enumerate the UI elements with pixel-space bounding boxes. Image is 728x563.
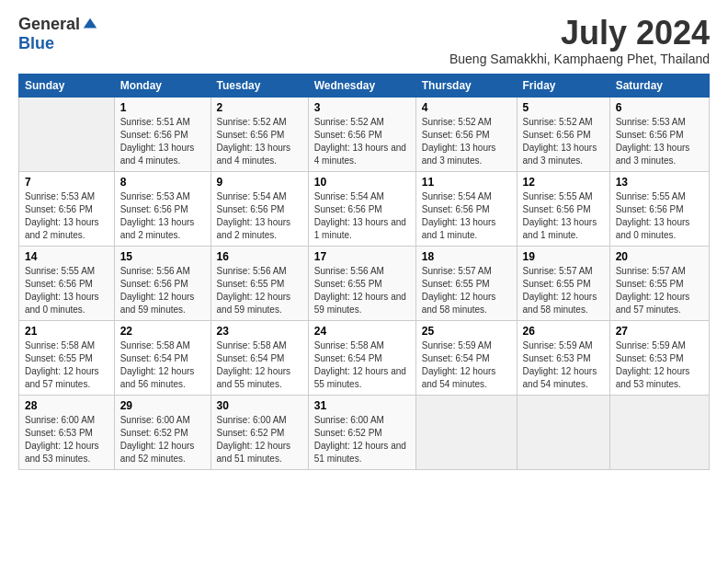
day-info: Sunrise: 5:52 AMSunset: 6:56 PMDaylight:…	[523, 116, 604, 167]
calendar-cell: 31Sunrise: 6:00 AMSunset: 6:52 PMDayligh…	[308, 395, 415, 469]
day-number: 16	[217, 250, 302, 263]
day-info: Sunrise: 5:53 AMSunset: 6:56 PMDaylight:…	[25, 190, 108, 242]
day-info: Sunrise: 5:56 AMSunset: 6:55 PMDaylight:…	[217, 265, 302, 316]
page-header: General Blue July 2024 Bueng Samakkhi, K…	[18, 15, 710, 66]
day-info: Sunrise: 5:57 AMSunset: 6:55 PMDaylight:…	[616, 265, 703, 316]
day-info: Sunrise: 5:52 AMSunset: 6:56 PMDaylight:…	[422, 116, 511, 167]
calendar-cell: 23Sunrise: 5:58 AMSunset: 6:54 PMDayligh…	[210, 320, 308, 395]
day-number: 11	[422, 176, 511, 189]
day-info: Sunrise: 5:54 AMSunset: 6:56 PMDaylight:…	[314, 190, 410, 242]
calendar-cell: 11Sunrise: 5:54 AMSunset: 6:56 PMDayligh…	[415, 171, 517, 246]
day-number: 1	[120, 101, 205, 114]
calendar-cell: 29Sunrise: 6:00 AMSunset: 6:52 PMDayligh…	[114, 395, 210, 469]
day-number: 3	[314, 101, 410, 114]
day-info: Sunrise: 5:58 AMSunset: 6:54 PMDaylight:…	[314, 339, 410, 391]
calendar-cell: 15Sunrise: 5:56 AMSunset: 6:56 PMDayligh…	[114, 246, 210, 320]
calendar-cell: 19Sunrise: 5:57 AMSunset: 6:55 PMDayligh…	[517, 246, 609, 320]
day-info: Sunrise: 5:55 AMSunset: 6:56 PMDaylight:…	[616, 190, 703, 242]
day-info: Sunrise: 5:57 AMSunset: 6:55 PMDaylight:…	[422, 265, 511, 316]
calendar-cell: 26Sunrise: 5:59 AMSunset: 6:53 PMDayligh…	[517, 320, 609, 395]
calendar-cell: 17Sunrise: 5:56 AMSunset: 6:55 PMDayligh…	[308, 246, 415, 320]
day-number: 4	[422, 101, 511, 114]
day-info: Sunrise: 6:00 AMSunset: 6:52 PMDaylight:…	[314, 414, 410, 465]
calendar-cell: 3Sunrise: 5:52 AMSunset: 6:56 PMDaylight…	[308, 97, 415, 171]
day-number: 2	[217, 101, 302, 114]
calendar-cell: 14Sunrise: 5:55 AMSunset: 6:56 PMDayligh…	[19, 246, 115, 320]
svg-marker-0	[84, 17, 97, 28]
calendar-table: SundayMondayTuesdayWednesdayThursdayFrid…	[18, 74, 710, 470]
calendar-week-row: 1Sunrise: 5:51 AMSunset: 6:56 PMDaylight…	[19, 97, 710, 171]
calendar-cell: 28Sunrise: 6:00 AMSunset: 6:53 PMDayligh…	[19, 395, 115, 469]
logo-general-text: General	[18, 15, 80, 34]
day-number: 9	[217, 176, 302, 189]
calendar-cell: 16Sunrise: 5:56 AMSunset: 6:55 PMDayligh…	[210, 246, 308, 320]
day-number: 14	[25, 250, 108, 263]
day-info: Sunrise: 5:59 AMSunset: 6:54 PMDaylight:…	[422, 339, 511, 391]
weekday-header-friday: Friday	[517, 74, 609, 97]
day-number: 29	[120, 399, 205, 412]
calendar-cell: 24Sunrise: 5:58 AMSunset: 6:54 PMDayligh…	[308, 320, 415, 395]
day-number: 20	[616, 250, 703, 263]
calendar-week-row: 28Sunrise: 6:00 AMSunset: 6:53 PMDayligh…	[19, 395, 710, 469]
weekday-header-monday: Monday	[114, 74, 210, 97]
calendar-cell: 21Sunrise: 5:58 AMSunset: 6:55 PMDayligh…	[19, 320, 115, 395]
logo-icon	[82, 17, 98, 33]
calendar-cell: 2Sunrise: 5:52 AMSunset: 6:56 PMDaylight…	[210, 97, 308, 171]
day-info: Sunrise: 5:57 AMSunset: 6:55 PMDaylight:…	[523, 265, 604, 316]
calendar-cell: 12Sunrise: 5:55 AMSunset: 6:56 PMDayligh…	[517, 171, 609, 246]
day-info: Sunrise: 5:55 AMSunset: 6:56 PMDaylight:…	[523, 190, 604, 242]
calendar-cell: 18Sunrise: 5:57 AMSunset: 6:55 PMDayligh…	[415, 246, 517, 320]
day-number: 21	[25, 325, 108, 338]
day-info: Sunrise: 5:58 AMSunset: 6:54 PMDaylight:…	[217, 339, 302, 391]
day-info: Sunrise: 5:59 AMSunset: 6:53 PMDaylight:…	[616, 339, 703, 391]
location-subtitle: Bueng Samakkhi, Kamphaeng Phet, Thailand	[449, 52, 710, 66]
day-number: 28	[25, 399, 108, 412]
calendar-cell: 9Sunrise: 5:54 AMSunset: 6:56 PMDaylight…	[210, 171, 308, 246]
calendar-cell: 13Sunrise: 5:55 AMSunset: 6:56 PMDayligh…	[609, 171, 709, 246]
calendar-cell: 1Sunrise: 5:51 AMSunset: 6:56 PMDaylight…	[114, 97, 210, 171]
day-info: Sunrise: 6:00 AMSunset: 6:52 PMDaylight:…	[217, 414, 302, 465]
logo-blue-text: Blue	[18, 34, 54, 53]
calendar-week-row: 21Sunrise: 5:58 AMSunset: 6:55 PMDayligh…	[19, 320, 710, 395]
day-number: 6	[616, 101, 703, 114]
calendar-cell: 8Sunrise: 5:53 AMSunset: 6:56 PMDaylight…	[114, 171, 210, 246]
day-number: 19	[523, 250, 604, 263]
day-info: Sunrise: 5:58 AMSunset: 6:54 PMDaylight:…	[120, 339, 205, 391]
calendar-cell: 20Sunrise: 5:57 AMSunset: 6:55 PMDayligh…	[609, 246, 709, 320]
weekday-header-thursday: Thursday	[415, 74, 517, 97]
day-number: 23	[217, 325, 302, 338]
day-number: 7	[25, 176, 108, 189]
calendar-cell	[415, 395, 517, 469]
calendar-cell: 30Sunrise: 6:00 AMSunset: 6:52 PMDayligh…	[210, 395, 308, 469]
calendar-cell	[19, 97, 115, 171]
day-info: Sunrise: 5:53 AMSunset: 6:56 PMDaylight:…	[120, 190, 205, 242]
day-info: Sunrise: 5:54 AMSunset: 6:56 PMDaylight:…	[217, 190, 302, 242]
day-number: 22	[120, 325, 205, 338]
day-info: Sunrise: 5:52 AMSunset: 6:56 PMDaylight:…	[314, 116, 410, 167]
day-info: Sunrise: 5:52 AMSunset: 6:56 PMDaylight:…	[217, 116, 302, 167]
calendar-week-row: 14Sunrise: 5:55 AMSunset: 6:56 PMDayligh…	[19, 246, 710, 320]
weekday-header-row: SundayMondayTuesdayWednesdayThursdayFrid…	[19, 74, 710, 97]
day-number: 26	[523, 325, 604, 338]
calendar-cell	[517, 395, 609, 469]
day-info: Sunrise: 5:55 AMSunset: 6:56 PMDaylight:…	[25, 265, 108, 316]
calendar-cell: 5Sunrise: 5:52 AMSunset: 6:56 PMDaylight…	[517, 97, 609, 171]
weekday-header-tuesday: Tuesday	[210, 74, 308, 97]
day-number: 31	[314, 399, 410, 412]
day-number: 15	[120, 250, 205, 263]
day-info: Sunrise: 5:56 AMSunset: 6:55 PMDaylight:…	[314, 265, 410, 316]
day-number: 10	[314, 176, 410, 189]
weekday-header-sunday: Sunday	[19, 74, 115, 97]
calendar-cell	[609, 395, 709, 469]
day-info: Sunrise: 5:58 AMSunset: 6:55 PMDaylight:…	[25, 339, 108, 391]
day-number: 17	[314, 250, 410, 263]
day-info: Sunrise: 5:53 AMSunset: 6:56 PMDaylight:…	[616, 116, 703, 167]
day-info: Sunrise: 6:00 AMSunset: 6:52 PMDaylight:…	[120, 414, 205, 465]
title-section: July 2024 Bueng Samakkhi, Kamphaeng Phet…	[449, 15, 710, 66]
day-info: Sunrise: 5:59 AMSunset: 6:53 PMDaylight:…	[523, 339, 604, 391]
day-number: 8	[120, 176, 205, 189]
month-title: July 2024	[449, 15, 710, 52]
day-number: 13	[616, 176, 703, 189]
logo: General Blue	[18, 15, 98, 53]
calendar-cell: 10Sunrise: 5:54 AMSunset: 6:56 PMDayligh…	[308, 171, 415, 246]
